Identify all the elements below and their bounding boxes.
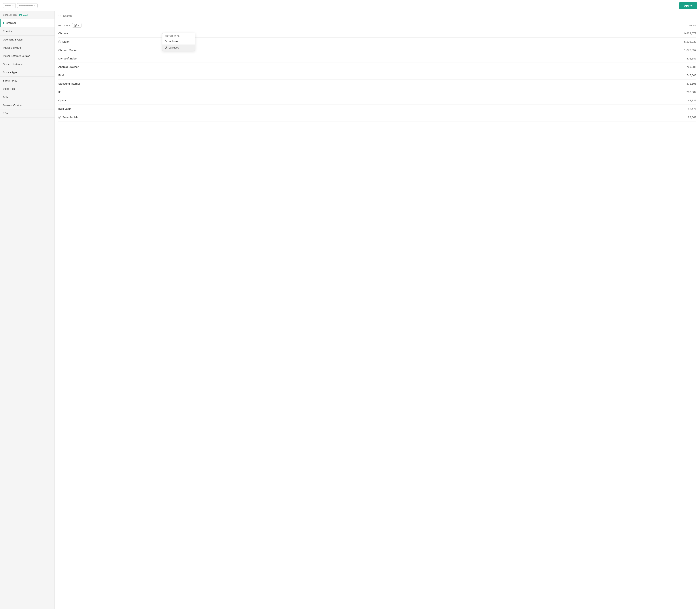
excludes-icon (165, 47, 167, 49)
dropdown-option-excludes[interactable]: excludes (162, 45, 195, 51)
row-left: Opera (58, 99, 66, 102)
row-left: Chrome (58, 32, 68, 35)
sidebar-item-video-title[interactable]: Video Title (0, 85, 54, 93)
row-value: 1,677,357 (684, 49, 696, 52)
row-label: Safari Mobile (62, 116, 78, 119)
tag-label: Safari (5, 4, 11, 7)
row-label: Chrome Mobile (58, 49, 77, 52)
row-label: Safari (62, 40, 69, 43)
row-label: Chrome (58, 32, 68, 35)
row-label: Firefox (58, 74, 67, 77)
row-value: 42,476 (688, 107, 696, 110)
dropdown-option-label: excludes (169, 46, 179, 49)
table-row[interactable]: Samsung Internet 371,196 (58, 80, 696, 88)
dimensions-used: 1/4 used (19, 14, 28, 16)
sidebar-items: Browser › CountryOperating SystemPlayer … (0, 19, 54, 118)
row-label: Opera (58, 99, 66, 102)
filter-type-header: FILTER TYPE: (162, 33, 195, 38)
sidebar-item-browser-version[interactable]: Browser Version (0, 101, 54, 109)
table-row[interactable]: [Null Value] 42,476 (58, 105, 696, 113)
row-value: 769,385 (686, 65, 696, 68)
sidebar-header: DIMENSIONS 1/4 used (0, 11, 54, 19)
filter-tag-safari-mobile-tag: Safari Mobile × (17, 3, 38, 8)
row-label: Samsung Internet (58, 82, 80, 85)
row-value: 9,824,677 (684, 32, 696, 35)
chevron-down-icon (78, 25, 79, 26)
sidebar: DIMENSIONS 1/4 used Browser › CountryOpe… (0, 11, 55, 609)
content-area: BROWSER VIEWS Chrome 9,824,677 (55, 11, 700, 609)
sidebar-item-asn[interactable]: ASN (0, 93, 54, 101)
table-row[interactable]: Safari Mobile 22,869 (58, 113, 696, 121)
dropdown-option-includes[interactable]: includes (162, 38, 195, 45)
row-value: 545,603 (686, 74, 696, 77)
sidebar-item-cdn[interactable]: CDN (0, 109, 54, 118)
sidebar-item-left: Browser (3, 21, 16, 24)
filter-tags: Safari × Safari Mobile × (3, 3, 38, 8)
search-bar (55, 11, 700, 20)
sidebar-item-stream-type[interactable]: Stream Type (0, 76, 54, 85)
search-input[interactable] (63, 14, 696, 17)
views-column-label: VIEWS (689, 24, 696, 27)
dropdown-options: includes excludes (162, 38, 195, 51)
row-value: 43,321 (688, 99, 696, 102)
search-icon (58, 14, 61, 18)
table-row[interactable]: Android Browser 769,385 (58, 63, 696, 71)
row-left: Chrome Mobile (58, 49, 77, 52)
table-row[interactable]: Opera 43,321 (58, 96, 696, 105)
row-left: IE (58, 90, 61, 93)
sidebar-item-label: Player Software Version (3, 54, 30, 57)
row-left: Safari Mobile (58, 116, 78, 119)
sidebar-item-operating-system[interactable]: Operating System (0, 36, 54, 44)
browser-column-label: BROWSER (58, 24, 70, 27)
filter-type-button[interactable] (72, 23, 82, 28)
sidebar-item-label: Source Type (3, 71, 17, 74)
table-header: BROWSER VIEWS (58, 20, 696, 29)
row-label: Android Browser (58, 65, 78, 68)
sidebar-item-label: ASN (3, 95, 8, 99)
row-label: IE (58, 90, 61, 93)
table-row[interactable]: Safari 5,208,933 (58, 38, 696, 46)
exclude-icon (74, 24, 77, 27)
sidebar-item-label: Video Title (3, 87, 15, 90)
apply-button[interactable]: Apply (679, 2, 697, 9)
table-row[interactable]: Chrome Mobile 1,677,357 (58, 46, 696, 54)
table-row[interactable]: Firefox 545,603 (58, 71, 696, 80)
dropdown-option-label: includes (169, 40, 178, 43)
remove-tag-button[interactable]: × (12, 4, 14, 7)
svg-line-1 (60, 16, 61, 16)
row-left: Firefox (58, 74, 67, 77)
row-label: Microsoft Edge (58, 57, 76, 60)
table-row[interactable]: Microsoft Edge 802,186 (58, 54, 696, 63)
table-row[interactable]: Chrome 9,824,677 (58, 29, 696, 38)
sidebar-item-player-software[interactable]: Player Software (0, 44, 54, 52)
row-value: 802,186 (686, 57, 696, 60)
main-layout: DIMENSIONS 1/4 used Browser › CountryOpe… (0, 11, 700, 609)
row-label: [Null Value] (58, 107, 72, 110)
sidebar-item-label: Country (3, 30, 12, 33)
row-value: 22,869 (688, 116, 696, 119)
chevron-right-icon: › (51, 21, 52, 24)
tag-label: Safari Mobile (19, 4, 33, 7)
sidebar-item-source-hostname[interactable]: Source Hostname (0, 60, 54, 68)
sidebar-item-source-type[interactable]: Source Type (0, 68, 54, 76)
row-left: Android Browser (58, 65, 78, 68)
table-area: BROWSER VIEWS Chrome 9,824,677 (55, 20, 700, 121)
sidebar-item-browser[interactable]: Browser › (0, 19, 54, 28)
row-value: 202,502 (686, 90, 696, 93)
dimensions-label: DIMENSIONS (3, 14, 18, 16)
top-bar: Safari × Safari Mobile × Apply (0, 0, 700, 11)
row-value: 5,208,933 (684, 40, 696, 43)
sidebar-item-player-software-version[interactable]: Player Software Version (0, 52, 54, 60)
sidebar-item-label: Source Hostname (3, 63, 23, 66)
row-left: [Null Value] (58, 107, 72, 110)
sidebar-item-country[interactable]: Country (0, 28, 54, 36)
filter-type-dropdown: FILTER TYPE: includes excludes (162, 33, 195, 51)
table-row[interactable]: IE 202,502 (58, 88, 696, 96)
filter-tag-safari-tag: Safari × (3, 3, 16, 8)
browser-col-header: BROWSER (58, 23, 82, 28)
remove-tag-button[interactable]: × (34, 4, 36, 7)
includes-filter-icon (165, 40, 167, 43)
row-left: Samsung Internet (58, 82, 80, 85)
data-rows: Chrome 9,824,677 Safari 5,208,933 Chrome… (58, 29, 696, 121)
excluded-row-icon (58, 40, 61, 43)
